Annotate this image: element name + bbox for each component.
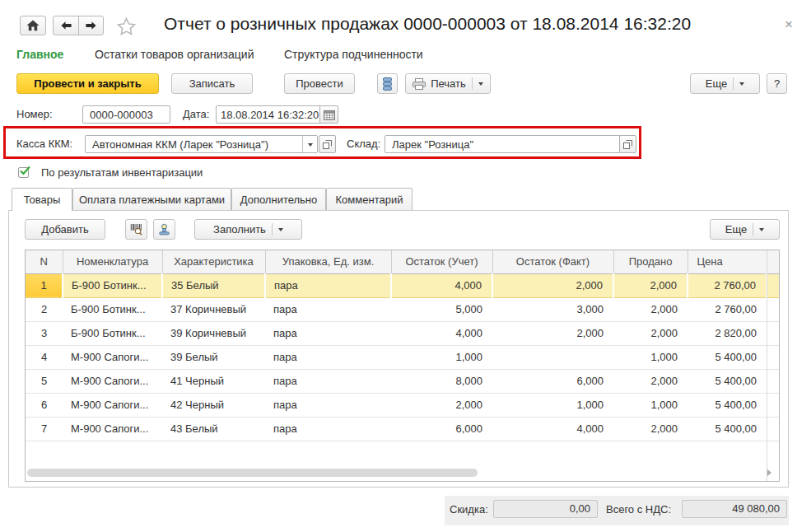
tab-comment[interactable]: Комментарий: [326, 188, 412, 210]
table-cell[interactable]: 6: [26, 393, 63, 417]
column-header-price[interactable]: Цена: [687, 250, 767, 273]
column-header-balance-accounting[interactable]: Остаток (Учет): [391, 250, 492, 273]
table-row[interactable]: 2Б-900 Ботинк...37 Коричневыйпара5,0003,…: [26, 297, 779, 321]
kkm-dropdown-button[interactable]: [302, 136, 317, 152]
table-cell[interactable]: М-900 Сапоги...: [63, 393, 162, 417]
table-cell[interactable]: 43 Белый: [162, 417, 265, 441]
table-row[interactable]: 7М-900 Сапоги...43 Белыйпара6,0004,0002,…: [26, 417, 779, 441]
more-button[interactable]: Еще: [690, 73, 760, 94]
table-cell[interactable]: [767, 393, 779, 417]
table-cell[interactable]: 5 400,00: [687, 345, 767, 369]
add-row-button[interactable]: Добавить: [25, 219, 105, 240]
table-cell[interactable]: 6,000: [492, 369, 613, 393]
table-cell[interactable]: [767, 417, 779, 441]
warehouse-open-button[interactable]: [619, 135, 636, 153]
table-cell[interactable]: пара: [265, 345, 391, 369]
table-cell[interactable]: 5 400,00: [687, 417, 767, 441]
table-row[interactable]: 6М-900 Сапоги...42 Черныйпара2,0001,0001…: [26, 393, 779, 417]
table-cell[interactable]: 5 400,00: [687, 369, 767, 393]
table-row[interactable]: 4М-900 Сапоги...39 Белыйпара1,0001,0005 …: [26, 345, 779, 369]
price-check-button[interactable]: [153, 219, 175, 240]
table-cell[interactable]: 4,000: [391, 273, 492, 297]
horizontal-scrollbar-thumb[interactable]: [27, 469, 478, 477]
table-cell[interactable]: 1,000: [613, 393, 687, 417]
date-field[interactable]: 18.08.2014 16:32:20: [216, 105, 321, 124]
table-cell[interactable]: М-900 Сапоги...: [63, 345, 162, 369]
post-button[interactable]: Провести: [284, 73, 355, 94]
table-cell[interactable]: 4,000: [391, 321, 492, 345]
table-cell[interactable]: 39 Коричневый: [162, 321, 265, 345]
column-header-n[interactable]: N: [26, 250, 63, 273]
close-button[interactable]: ×: [785, 18, 793, 31]
favorite-star-button[interactable]: [117, 17, 136, 38]
scrollbar-right-arrow-icon[interactable]: [767, 469, 775, 476]
table-cell[interactable]: 6,000: [391, 417, 492, 441]
kkm-combo[interactable]: Автономная ККМ (Ларек "Розница"): [85, 135, 318, 153]
table-cell[interactable]: 42 Черный: [162, 393, 265, 417]
write-button[interactable]: Записать: [171, 73, 253, 94]
table-cell[interactable]: [767, 321, 779, 345]
table-cell[interactable]: 2,000: [492, 273, 613, 297]
tab-additional[interactable]: Дополнительно: [231, 188, 326, 210]
table-cell[interactable]: 2,000: [613, 273, 687, 297]
table-cell[interactable]: 39 Белый: [162, 345, 265, 369]
table-cell[interactable]: 1,000: [492, 393, 613, 417]
table-cell[interactable]: 2,000: [613, 297, 687, 321]
table-cell[interactable]: 1,000: [391, 345, 492, 369]
column-header-characteristic[interactable]: Характеристика: [162, 250, 265, 273]
table-cell[interactable]: 5,000: [391, 297, 492, 321]
column-header-packaging[interactable]: Упаковка, Ед. изм.: [265, 250, 391, 273]
table-cell[interactable]: Б-900 Ботинк...: [63, 321, 162, 345]
nav-link-main[interactable]: Главное: [16, 48, 63, 61]
table-cell[interactable]: М-900 Сапоги...: [63, 369, 162, 393]
tab-card-payments[interactable]: Оплата платежными картами: [72, 188, 231, 210]
table-cell[interactable]: 35 Белый: [162, 273, 265, 297]
posting-structure-button[interactable]: [377, 73, 398, 94]
table-cell[interactable]: 2 760,00: [687, 273, 767, 297]
table-cell[interactable]: 7: [26, 417, 63, 441]
post-and-close-button[interactable]: Провести и закрыть: [16, 73, 159, 94]
table-cell[interactable]: 5 400,00: [687, 393, 767, 417]
inventory-checkbox[interactable]: [18, 167, 29, 178]
table-cell[interactable]: 2,000: [613, 417, 687, 441]
fill-button[interactable]: Заполнить: [194, 219, 302, 240]
column-header-balance-fact[interactable]: Остаток (Факт): [492, 250, 613, 273]
back-button[interactable]: [53, 16, 79, 35]
nav-link-stock[interactable]: Остатки товаров организаций: [95, 48, 254, 61]
date-picker-button[interactable]: [319, 105, 338, 124]
table-cell[interactable]: пара: [265, 369, 391, 393]
table-cell[interactable]: 2,000: [391, 393, 492, 417]
table-cell[interactable]: [767, 297, 779, 321]
table-cell[interactable]: пара: [265, 297, 391, 321]
discount-field[interactable]: 0,00: [493, 500, 598, 518]
table-cell[interactable]: 2,000: [613, 321, 687, 345]
home-button[interactable]: [20, 16, 46, 35]
table-cell[interactable]: 3,000: [492, 297, 613, 321]
print-button[interactable]: Печать: [405, 73, 491, 94]
table-cell[interactable]: Б-900 Ботинк...: [63, 297, 162, 321]
help-button[interactable]: ?: [767, 73, 787, 94]
table-cell[interactable]: 41 Черный: [162, 369, 265, 393]
table-cell[interactable]: 2: [26, 297, 63, 321]
forward-button[interactable]: [78, 16, 104, 35]
number-field[interactable]: 0000-000003: [82, 105, 170, 124]
table-more-button[interactable]: Еще: [710, 219, 780, 240]
table-row[interactable]: 5М-900 Сапоги...41 Черныйпара8,0006,0002…: [26, 369, 779, 393]
table-cell[interactable]: [767, 345, 779, 369]
table-cell[interactable]: 2 820,00: [687, 321, 767, 345]
table-cell[interactable]: [767, 369, 779, 393]
table-cell[interactable]: 1,000: [613, 345, 687, 369]
column-header-sold[interactable]: Продано: [613, 250, 687, 273]
table-cell[interactable]: 2 760,00: [687, 297, 767, 321]
table-cell[interactable]: М-900 Сапоги...: [63, 417, 162, 441]
column-header-nomenclature[interactable]: Номенклатура: [63, 250, 162, 273]
nav-link-structure[interactable]: Структура подчиненности: [284, 48, 423, 61]
table-cell[interactable]: Б-900 Ботинк...: [63, 273, 162, 297]
table-cell[interactable]: 1: [26, 273, 63, 297]
total-field[interactable]: 49 080,00: [682, 500, 787, 518]
table-cell[interactable]: 5: [26, 369, 63, 393]
table-cell[interactable]: 4: [26, 345, 63, 369]
table-row[interactable]: 1Б-900 Ботинк...35 Белыйпара4,0002,0002,…: [26, 273, 779, 297]
warehouse-field[interactable]: Ларек "Розница": [385, 135, 621, 153]
table-cell[interactable]: 3: [26, 321, 63, 345]
